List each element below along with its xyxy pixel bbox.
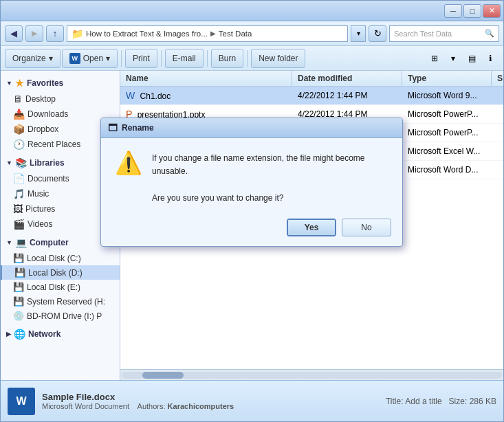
- toolbar: Organize ▾ W Open ▾ Print E-mail Burn: [1, 46, 503, 71]
- minimize-button[interactable]: ─: [444, 4, 462, 18]
- network-arrow: ▶: [6, 331, 11, 337]
- status-title-label: Title:: [386, 397, 404, 406]
- dialog-text: If you change a file name extension, the…: [152, 152, 388, 205]
- window-inner: ◀ ▶ ↑ 📁 How to Extract Text & Images fro…: [1, 21, 503, 421]
- status-info: Sample File.docx Microsoft Word Document…: [42, 392, 379, 410]
- system-reserved-icon: 💾: [13, 296, 24, 307]
- documents-icon: 📄: [13, 173, 25, 184]
- music-icon: 🎵: [13, 188, 25, 199]
- up-button[interactable]: ↑: [46, 25, 64, 42]
- sidebar-item-dropbox-label: Dropbox: [28, 124, 58, 134]
- no-button[interactable]: No: [342, 219, 391, 236]
- dialog-question-text: Are you sure you want to change it?: [152, 192, 388, 205]
- status-size-label: Size:: [449, 397, 468, 406]
- scrollbar-thumb[interactable]: [142, 372, 184, 379]
- libraries-label: Libraries: [30, 158, 65, 168]
- address-path[interactable]: 📁 How to Extract Text & Images fro... ▶ …: [67, 25, 348, 42]
- computer-section: ▼ 💻 Computer 💾 Local Disk (C:) 💾 Local D…: [1, 234, 120, 323]
- open-button[interactable]: W Open ▾: [62, 49, 118, 68]
- recent-places-icon: 🕐: [13, 139, 25, 150]
- sidebar-item-pictures-label: Pictures: [25, 204, 55, 214]
- details-pane-button[interactable]: ℹ: [481, 49, 499, 67]
- status-filetype: Microsoft Word Document: [42, 402, 129, 410]
- file-size-cell: [492, 94, 503, 97]
- downloads-icon: 📥: [13, 109, 25, 120]
- sidebar-item-local-disk-e[interactable]: 💾 Local Disk (E:): [1, 280, 120, 294]
- refresh-button[interactable]: ↻: [369, 25, 386, 42]
- table-row[interactable]: W Ch1.doc 4/22/2012 1:44 PM Microsoft Wo…: [120, 87, 503, 105]
- path-segment-2: Test Data: [219, 30, 252, 38]
- print-label: Print: [133, 54, 150, 63]
- libraries-arrow: ▼: [6, 159, 12, 166]
- path-segment-1: How to Extract Text & Images fro...: [86, 30, 208, 38]
- computer-icon: 💻: [15, 237, 27, 248]
- file-type-cell: Microsoft Word 9...: [402, 89, 492, 102]
- file-type-cell: Microsoft Word D...: [402, 164, 492, 176]
- dialog-title-icon: 🗔: [108, 122, 118, 133]
- dialog-title-text: Rename: [122, 123, 154, 133]
- status-authors-label: Authors:: [138, 402, 166, 410]
- title-bar: ─ □ ✕: [1, 1, 503, 21]
- maximize-button[interactable]: □: [463, 4, 481, 18]
- close-button[interactable]: ✕: [483, 4, 501, 18]
- sidebar-item-recent-places-label: Recent Places: [28, 140, 80, 149]
- local-disk-d-icon: 💾: [14, 267, 25, 278]
- file-type-cell: Microsoft Excel W...: [402, 145, 492, 157]
- header-size[interactable]: Size: [492, 71, 503, 86]
- email-button[interactable]: E-mail: [165, 49, 204, 68]
- sidebar-item-desktop-label: Desktop: [25, 94, 56, 104]
- path-separator: ▶: [210, 30, 216, 37]
- print-button[interactable]: Print: [125, 49, 157, 68]
- sidebar-item-videos-label: Videos: [28, 219, 52, 229]
- desktop-icon: 🖥: [13, 93, 23, 104]
- sidebar-item-local-disk-c[interactable]: 💾 Local Disk (C:): [1, 251, 120, 265]
- sidebar-item-desktop[interactable]: 🖥 Desktop: [1, 91, 120, 107]
- header-date[interactable]: Date modified: [292, 71, 402, 86]
- open-arrow: ▾: [106, 54, 110, 63]
- forward-button[interactable]: ▶: [25, 25, 43, 42]
- file-list-header: Name Date modified Type Size: [120, 71, 503, 87]
- yes-button[interactable]: Yes: [287, 219, 336, 236]
- sidebar-item-local-disk-c-label: Local Disk (C:): [27, 254, 81, 263]
- sidebar-item-bdrom[interactable]: 💿 BD-ROM Drive (I:) P: [1, 309, 120, 323]
- dialog-title-bar: 🗔 Rename: [101, 118, 402, 138]
- dialog-content: ⚠️ If you change a file name extension, …: [101, 138, 402, 212]
- path-dropdown[interactable]: ▾: [351, 25, 366, 42]
- header-name[interactable]: Name: [120, 71, 292, 86]
- favorites-header[interactable]: ▼ ★ Favorites: [1, 75, 120, 91]
- favorites-label: Favorites: [27, 78, 63, 88]
- sidebar-item-downloads-label: Downloads: [28, 109, 68, 119]
- bdrom-icon: 💿: [13, 311, 24, 321]
- videos-icon: 🎬: [13, 219, 25, 230]
- network-header[interactable]: ▶ 🌐 Network: [1, 326, 120, 342]
- back-button[interactable]: ◀: [5, 25, 23, 42]
- status-meta: Microsoft Word Document Authors: Karachi…: [42, 402, 379, 410]
- sidebar-item-local-disk-d[interactable]: 💾 Local Disk (D:): [1, 265, 120, 280]
- header-type[interactable]: Type: [402, 71, 492, 86]
- sidebar-item-system-reserved[interactable]: 💾 System Reserved (H:: [1, 294, 120, 309]
- toolbar-separator-3: [207, 50, 208, 67]
- computer-arrow: ▼: [6, 239, 12, 246]
- file-size-cell: [492, 150, 503, 153]
- view-dropdown-button[interactable]: ▾: [444, 49, 462, 67]
- search-box[interactable]: Search Test Data 🔍: [389, 25, 499, 42]
- network-section: ▶ 🌐 Network: [1, 326, 120, 342]
- status-file-icon: W: [8, 388, 35, 415]
- organize-label: Organize: [12, 54, 46, 63]
- new-folder-button[interactable]: New folder: [251, 49, 305, 68]
- file-size-cell: [492, 168, 503, 171]
- organize-button[interactable]: Organize ▾: [5, 49, 61, 68]
- view-icons: ⊞ ▾ ▤ ℹ: [426, 49, 499, 67]
- sidebar-item-bdrom-label: BD-ROM Drive (I:) P: [27, 311, 102, 321]
- libraries-icon: 📚: [15, 157, 27, 168]
- burn-button[interactable]: Burn: [211, 49, 243, 68]
- computer-label: Computer: [30, 238, 69, 247]
- file-name-cell: W Ch1.doc: [120, 89, 292, 102]
- dialog-buttons: Yes No: [101, 212, 402, 246]
- explorer-window: ─ □ ✕ ◀ ▶ ↑ 📁 How to Extract Text & Imag…: [0, 0, 504, 422]
- status-bar: W Sample File.docx Microsoft Word Docume…: [1, 380, 503, 421]
- preview-pane-button[interactable]: ▤: [463, 49, 481, 67]
- address-bar: ◀ ▶ ↑ 📁 How to Extract Text & Images fro…: [1, 21, 503, 46]
- horizontal-scrollbar[interactable]: [120, 369, 503, 380]
- view-details-button[interactable]: ⊞: [426, 49, 443, 67]
